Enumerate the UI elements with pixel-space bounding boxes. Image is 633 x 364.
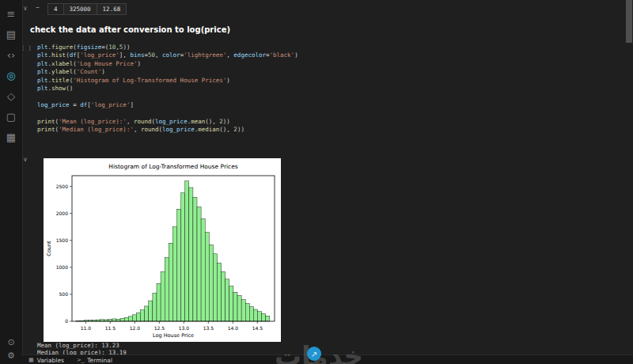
code-line[interactable]: print('Mean (log_price):', round(log_pri… <box>37 118 298 126</box>
folder-icon[interactable]: ▢ <box>0 106 22 127</box>
code-line[interactable]: plt.show() <box>37 85 298 93</box>
variables-tab-label: Variables <box>37 357 64 364</box>
svg-text:Histogram of Log-Transformed H: Histogram of Log-Transformed House Price… <box>108 163 238 170</box>
svg-text:11.0: 11.0 <box>81 325 92 331</box>
svg-text:2000: 2000 <box>56 210 68 216</box>
preview-cell: 4 <box>47 3 64 15</box>
code-line[interactable]: log_price = df['log_price'] <box>37 101 298 109</box>
terminal-tab-icon: >_ <box>77 357 84 363</box>
activity-bar: ≡▤‹›◎◇▢▦ ⊙⚙ <box>0 0 23 364</box>
svg-text:13.5: 13.5 <box>203 325 214 331</box>
preview-cell: 325000 <box>64 3 97 15</box>
activity-bar-top: ≡▤‹›◎◇▢▦ <box>0 3 22 147</box>
histogram-svg: 11.011.512.012.513.013.514.014.505001000… <box>44 158 281 342</box>
chart-output-image: 11.011.512.012.513.013.514.014.505001000… <box>44 158 281 342</box>
code-line[interactable] <box>37 109 298 117</box>
notebook-window: ≡▤‹›◎◇▢▦ ⊙⚙ ∨ – 432500012.68 check the d… <box>0 0 633 364</box>
notebook-icon[interactable]: ▤ <box>0 24 22 44</box>
table-icon[interactable]: ▦ <box>0 127 22 147</box>
svg-text:12.5: 12.5 <box>154 325 165 331</box>
svg-text:Count: Count <box>46 241 52 256</box>
scrollbar-thumb[interactable] <box>626 0 632 43</box>
settings-icon[interactable]: ⚙ <box>0 349 22 362</box>
variables-tab-icon: ▦ <box>28 357 34 363</box>
collapse-output-chevron-icon[interactable]: ∨ <box>23 156 28 163</box>
markdown-cell-text: check the data after conversion to log(p… <box>30 25 230 34</box>
svg-text:Log House Price: Log House Price <box>153 332 194 339</box>
collapse-output-button[interactable]: – <box>36 2 40 11</box>
svg-text:14.0: 14.0 <box>228 325 239 331</box>
terminal-tab-label: Terminal <box>87 357 112 364</box>
code-line[interactable]: plt.hist(df['log_price'], bins=50, color… <box>37 51 298 59</box>
svg-text:500: 500 <box>59 291 69 297</box>
activity-bar-bottom: ⊙⚙ <box>0 336 22 362</box>
code-lines[interactable]: plt.figure(figsize=(10,5))plt.hist(df['l… <box>37 44 298 134</box>
code-line[interactable]: plt.xlabel('Log House Price') <box>37 60 298 68</box>
code-icon[interactable]: ‹› <box>0 44 22 65</box>
panel-bar: ▦Variables>_Terminal <box>22 355 633 364</box>
svg-text:2500: 2500 <box>56 184 68 189</box>
dataframe-preview-row: 432500012.68 <box>47 3 127 15</box>
menu-icon[interactable]: ≡ <box>0 3 22 24</box>
mean-output-line: Mean (log_price): 13.23 <box>37 342 127 349</box>
svg-text:12.0: 12.0 <box>130 325 141 331</box>
debug-icon[interactable]: ◎ <box>0 65 22 85</box>
tests-icon[interactable]: ◇ <box>0 85 22 106</box>
code-line[interactable]: plt.ylabel('Count') <box>37 68 298 76</box>
terminal-tab[interactable]: >_Terminal <box>77 357 112 364</box>
code-line[interactable]: plt.figure(figsize=(10,5)) <box>37 44 298 51</box>
code-line[interactable]: plt.title('Histogram of Log-Transformed … <box>37 77 298 85</box>
svg-text:0: 0 <box>65 318 68 324</box>
code-line[interactable] <box>37 93 298 100</box>
svg-text:1000: 1000 <box>56 264 68 270</box>
svg-text:11.5: 11.5 <box>105 325 116 331</box>
svg-text:1500: 1500 <box>56 237 68 243</box>
code-line[interactable]: print('Median (log_price):', round(log_p… <box>37 126 298 134</box>
account-icon[interactable]: ⊙ <box>0 336 22 349</box>
preview-cell: 12.68 <box>97 3 127 15</box>
collapse-cell-chevron-icon[interactable]: ∨ <box>23 5 28 12</box>
svg-text:13.0: 13.0 <box>179 325 190 331</box>
variables-tab[interactable]: ▦Variables <box>28 357 64 364</box>
svg-text:14.5: 14.5 <box>252 325 263 331</box>
